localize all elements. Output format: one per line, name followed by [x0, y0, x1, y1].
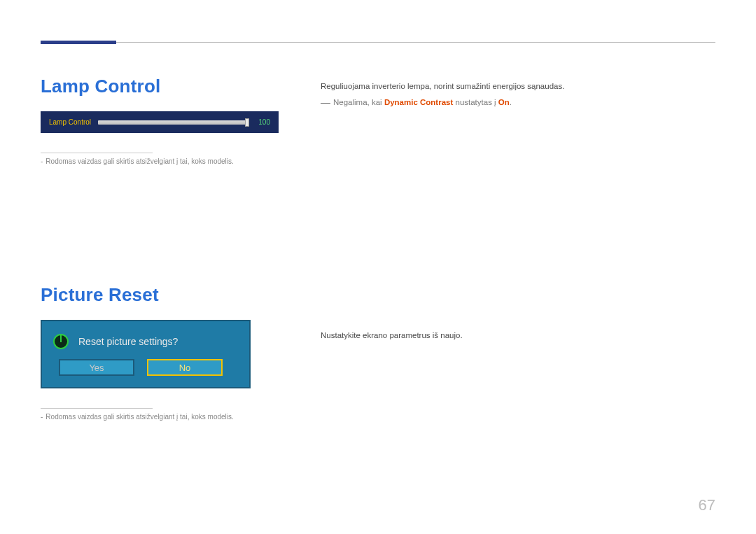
warn-mid: nustatytas į [453, 98, 498, 106]
warn-val: On [498, 98, 510, 106]
no-button-label: No [179, 363, 191, 373]
lamp-control-widget: Lamp Control 100 [41, 111, 279, 133]
footnote-divider-2 [41, 408, 153, 409]
lamp-slider[interactable] [98, 120, 248, 125]
header-rule [41, 42, 715, 43]
lamp-widget-label: Lamp Control [49, 118, 91, 126]
reset-description: Nustatykite ekrano parametrus iš naujo. [321, 329, 715, 342]
reset-footnote-text: Rodomas vaizdas gali skirtis atsižvelgia… [46, 413, 233, 421]
header-bar [41, 34, 715, 50]
header-accent [41, 41, 116, 44]
reset-question: Reset picture settings? [78, 336, 178, 347]
lamp-description: Reguliuojama inverterio lempa, norint su… [321, 80, 715, 92]
no-button[interactable]: No [147, 359, 223, 376]
lamp-footnote-text: Rodomas vaizdas gali skirtis atsižvelgia… [46, 157, 233, 165]
lamp-footnote: -Rodomas vaizdas gali skirtis atsižvelgi… [41, 157, 279, 165]
footnote-divider [41, 153, 153, 153]
picture-reset-heading: Picture Reset [41, 284, 279, 306]
warn-suffix: . [510, 98, 512, 106]
warn-prefix: Negalima, kai [333, 98, 384, 106]
yes-button-label: Yes [89, 363, 104, 373]
lamp-slider-thumb[interactable] [245, 118, 249, 127]
power-icon [53, 334, 69, 349]
yes-button[interactable]: Yes [59, 359, 134, 376]
picture-reset-dialog: Reset picture settings? Yes No [41, 320, 251, 388]
reset-footnote: -Rodomas vaizdas gali skirtis atsižvelgi… [41, 413, 279, 421]
lamp-slider-value: 100 [255, 118, 270, 126]
page-number: 67 [699, 496, 715, 514]
warn-term: Dynamic Contrast [384, 98, 453, 106]
lamp-warning: ―Negalima, kai Dynamic Contrast nustatyt… [321, 97, 715, 108]
lamp-control-heading: Lamp Control [41, 76, 279, 97]
